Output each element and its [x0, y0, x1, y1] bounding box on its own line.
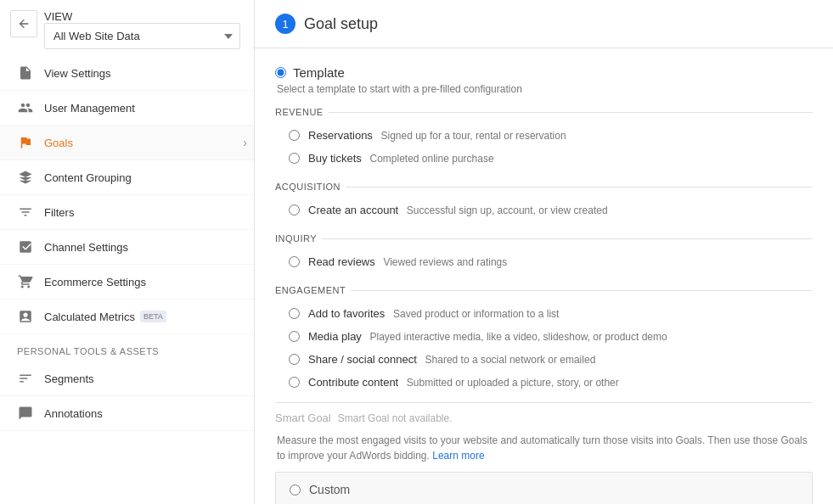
- sidebar-controls: VIEW All Web Site Data: [37, 0, 254, 56]
- document-icon: [17, 64, 34, 81]
- segments-icon: [17, 370, 34, 387]
- reservations-radio[interactable]: [289, 130, 300, 141]
- view-dropdown[interactable]: All Web Site Data: [44, 23, 240, 49]
- template-radio-row: Template: [275, 65, 813, 80]
- goal-option-read-reviews: Read reviews Viewed reviews and ratings: [275, 250, 813, 273]
- view-label: VIEW: [44, 10, 240, 23]
- sidebar-item-view-settings[interactable]: View Settings: [0, 56, 254, 91]
- sidebar-item-label: Content Grouping: [44, 171, 132, 184]
- ecommerce-icon: [17, 273, 34, 290]
- divider: [346, 187, 813, 188]
- sidebar-top: VIEW All Web Site Data: [0, 0, 254, 56]
- goal-option-label[interactable]: Share / social connect Shared to a socia…: [308, 353, 595, 366]
- sidebar: VIEW All Web Site Data View Settings Use…: [0, 0, 255, 504]
- smart-goal-detail: Measure the most engaged visits to your …: [277, 433, 813, 463]
- custom-label[interactable]: Custom: [309, 483, 350, 496]
- back-button[interactable]: [10, 10, 37, 37]
- learn-more-link[interactable]: Learn more: [432, 450, 484, 462]
- sidebar-item-annotations[interactable]: Annotations: [0, 396, 254, 431]
- goal-setup-header: 1 Goal setup: [255, 0, 833, 48]
- sidebar-item-channel-settings[interactable]: Channel Settings: [0, 230, 254, 265]
- goal-option-share-social: Share / social connect Shared to a socia…: [275, 348, 813, 371]
- add-favorites-radio[interactable]: [289, 308, 300, 319]
- step-badge: 1: [275, 14, 295, 34]
- page-title: Goal setup: [304, 15, 378, 33]
- personal-tools-label: PERSONAL TOOLS & ASSETS: [0, 334, 254, 361]
- sidebar-item-label: Channel Settings: [44, 241, 128, 254]
- custom-radio[interactable]: [290, 484, 301, 496]
- template-radio[interactable]: [275, 67, 286, 78]
- goal-option-label[interactable]: Create an account Successful sign up, ac…: [308, 204, 608, 216]
- sidebar-item-segments[interactable]: Segments: [0, 361, 254, 396]
- grouping-icon: [17, 169, 34, 186]
- divider: [329, 112, 813, 113]
- smart-goal-label: Smart Goal: [275, 412, 331, 424]
- template-label[interactable]: Template: [293, 65, 345, 80]
- sidebar-item-filters[interactable]: Filters: [0, 195, 254, 230]
- buy-tickets-radio[interactable]: [289, 153, 300, 164]
- smart-goal-desc: Smart Goal not available.: [338, 412, 453, 424]
- sidebar-item-label: Annotations: [44, 407, 103, 420]
- read-reviews-radio[interactable]: [289, 256, 300, 267]
- template-desc: Select a template to start with a pre-fi…: [277, 83, 813, 95]
- goal-option-label[interactable]: Contribute content Submitted or uploaded…: [308, 376, 619, 389]
- acquisition-label: ACQUISITION: [275, 182, 341, 192]
- divider: [351, 290, 813, 291]
- sidebar-item-label: User Management: [44, 102, 135, 115]
- sidebar-item-label: Filters: [44, 206, 74, 219]
- sidebar-item-label: Ecommerce Settings: [44, 276, 146, 288]
- filter-icon: [17, 204, 34, 221]
- divider: [322, 238, 813, 239]
- goal-option-label[interactable]: Media play Played interactive media, lik…: [308, 330, 667, 343]
- goal-option-add-favorites: Add to favorites Saved product or inform…: [275, 302, 813, 325]
- goal-option-reservations: Reservations Signed up for a tour, renta…: [275, 124, 813, 147]
- share-social-radio[interactable]: [289, 354, 300, 365]
- sidebar-item-calculated-metrics[interactable]: Calculated Metrics BETA: [0, 300, 254, 334]
- acquisition-section-header: ACQUISITION: [275, 182, 813, 192]
- main-content: 1 Goal setup Template Select a template …: [255, 0, 833, 504]
- sidebar-item-label: Goals: [44, 137, 73, 149]
- nav-list: View Settings User Management Goals › Co…: [0, 56, 254, 334]
- contribute-content-radio[interactable]: [289, 377, 300, 388]
- sidebar-item-label: Calculated Metrics: [44, 311, 135, 323]
- inquiry-label: INQUIRY: [275, 233, 317, 244]
- smart-goal-row: Smart Goal Smart Goal not available.: [275, 402, 813, 428]
- goal-option-create-account: Create an account Successful sign up, ac…: [275, 199, 813, 221]
- calc-icon: [17, 308, 34, 325]
- sidebar-item-ecommerce-settings[interactable]: Ecommerce Settings: [0, 265, 254, 300]
- template-section: Template Select a template to start with…: [275, 65, 813, 95]
- channel-icon: [17, 238, 34, 255]
- revenue-section-header: REVENUE: [275, 107, 813, 117]
- media-play-radio[interactable]: [289, 331, 300, 342]
- goal-option-label[interactable]: Read reviews Viewed reviews and ratings: [308, 255, 507, 268]
- sidebar-item-label: View Settings: [44, 67, 111, 80]
- people-icon: [17, 99, 34, 116]
- engagement-label: ENGAGEMENT: [275, 285, 346, 295]
- custom-row: Custom: [275, 472, 813, 504]
- beta-badge: BETA: [140, 311, 166, 322]
- goal-option-contribute-content: Contribute content Submitted or uploaded…: [275, 371, 813, 394]
- create-account-radio[interactable]: [289, 204, 300, 216]
- goal-option-label[interactable]: Buy tickets Completed online purchase: [308, 152, 494, 165]
- goal-option-label[interactable]: Reservations Signed up for a tour, renta…: [308, 129, 566, 142]
- inquiry-section-header: INQUIRY: [275, 233, 813, 244]
- goal-option-media-play: Media play Played interactive media, lik…: [275, 325, 813, 348]
- content-area: Template Select a template to start with…: [255, 48, 833, 504]
- chevron-right-icon: ›: [243, 136, 247, 149]
- goal-option-label[interactable]: Add to favorites Saved product or inform…: [308, 307, 559, 320]
- flag-icon: [17, 134, 34, 151]
- goal-option-buy-tickets: Buy tickets Completed online purchase: [275, 147, 813, 170]
- revenue-label: REVENUE: [275, 107, 324, 117]
- engagement-section-header: ENGAGEMENT: [275, 285, 813, 295]
- sidebar-item-label: Segments: [44, 372, 94, 385]
- sidebar-item-user-management[interactable]: User Management: [0, 91, 254, 126]
- sidebar-item-goals[interactable]: Goals ›: [0, 126, 254, 160]
- annotations-icon: [17, 405, 34, 422]
- sidebar-item-content-grouping[interactable]: Content Grouping: [0, 160, 254, 195]
